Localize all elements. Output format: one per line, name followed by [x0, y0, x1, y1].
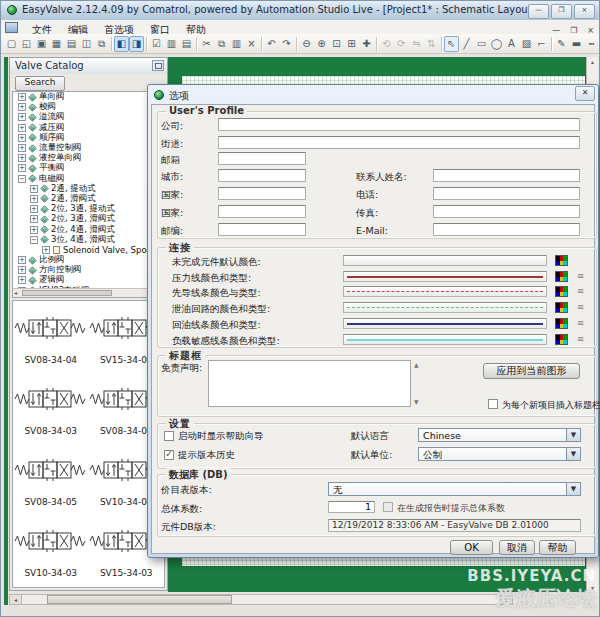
company-field[interactable] [218, 118, 580, 131]
tree-item[interactable]: +顺序阀 [13, 133, 164, 143]
color-picker-icon[interactable] [555, 334, 568, 345]
prompt-factor-checkbox[interactable] [383, 502, 393, 512]
tree-item[interactable]: +溢流阀 [13, 112, 164, 122]
undo-icon[interactable]: ↶ [264, 36, 279, 52]
startup-wizard-checkbox[interactable] [164, 431, 174, 441]
units-select[interactable]: 公制 ▼ [418, 447, 581, 461]
valve-item[interactable]: SV08-34-05 [13, 451, 89, 522]
draw-polyline-icon[interactable]: ⌐ [534, 36, 549, 52]
tree-expander-icon[interactable]: + [18, 93, 26, 101]
tree-expander-icon[interactable]: + [18, 144, 26, 152]
pan-icon[interactable]: ✚ [359, 36, 374, 52]
bill-of-materials-icon[interactable]: ▤ [179, 36, 194, 52]
draw-ellipse-icon[interactable]: ◯ [489, 36, 504, 52]
zip-field[interactable] [218, 223, 306, 236]
tree-horizontal-scrollbar[interactable]: ◂ ▸ [13, 288, 164, 297]
scroll-up-icon[interactable]: ▴ [587, 58, 598, 65]
color-picker-icon[interactable] [555, 255, 568, 266]
contact-field[interactable] [433, 169, 580, 182]
fax-field[interactable] [433, 205, 580, 218]
ok-button[interactable]: OK [450, 540, 493, 555]
color-picker-icon[interactable] [555, 286, 568, 297]
select-icon[interactable]: ⇖ [444, 36, 459, 52]
scrollbar-thumb[interactable] [47, 595, 232, 604]
menu-窗口[interactable]: 窗口 [142, 24, 178, 35]
scroll-down-icon[interactable]: ▾ [587, 584, 598, 591]
color-picker-icon[interactable] [555, 318, 568, 329]
menu-帮助[interactable]: 帮助 [178, 24, 214, 35]
color-picker-icon[interactable] [555, 302, 568, 313]
tree-expander-icon[interactable]: + [18, 113, 26, 121]
valve-item[interactable]: SV10-34-03 [13, 522, 89, 588]
draw-text-icon[interactable]: A [504, 36, 519, 52]
zoom-in-icon[interactable]: ⊕ [314, 36, 329, 52]
flip-vertical-icon[interactable]: ⇅ [424, 36, 439, 52]
version-history-checkbox[interactable] [164, 450, 174, 460]
tree-item[interactable]: −3位, 4通, 滑阀式 [13, 235, 164, 245]
email-field[interactable] [433, 223, 580, 236]
tree-item[interactable]: +梭阀 [13, 102, 164, 112]
tree-expander-icon[interactable]: + [30, 215, 38, 223]
valve-catalog-icon[interactable]: ◨ [129, 36, 144, 52]
zoom-window-icon[interactable]: ⊡ [329, 36, 344, 52]
country-field[interactable] [218, 205, 306, 218]
tree-item[interactable]: +Solenoid Valve, Spool [13, 245, 164, 255]
pen-style-icon[interactable]: ✎ [554, 36, 569, 52]
redo-icon[interactable]: ↷ [279, 36, 294, 52]
scroll-left-icon[interactable]: ◂ [10, 595, 22, 604]
apply-to-current-button[interactable]: 应用到当前图形 [483, 363, 580, 379]
save-all-icon[interactable]: ▦ [49, 36, 64, 52]
tree-item[interactable]: +方向控制阀 [13, 265, 164, 275]
chevron-down-icon[interactable]: ▼ [566, 429, 580, 441]
line-type-icon[interactable]: ≡ [573, 287, 588, 297]
save-icon[interactable]: ▣ [34, 36, 49, 52]
chevron-down-icon[interactable]: ▼ [566, 483, 580, 495]
rotate-left-icon[interactable]: ⟲ [379, 36, 394, 52]
scroll-down-icon[interactable]: ▼ [414, 399, 419, 405]
zoom-out-icon[interactable]: ⊖ [299, 36, 314, 52]
draw-rectangle-icon[interactable]: ▭ [474, 36, 489, 52]
tree-item[interactable]: +比例阀 [13, 255, 164, 265]
mdi-child-icon[interactable] [5, 22, 18, 33]
tree-expander-icon[interactable]: − [18, 175, 26, 183]
tree-expander-icon[interactable]: + [30, 226, 38, 234]
component-library-icon[interactable]: ◧ [114, 36, 129, 52]
new-file-icon[interactable]: ▢ [4, 36, 19, 52]
zoom-page-icon[interactable]: ⊞ [344, 36, 359, 52]
tree-expander-icon[interactable]: + [18, 164, 26, 172]
tree-expander-icon[interactable]: + [18, 103, 26, 111]
panel-options-button[interactable] [152, 60, 164, 71]
global-factor-field[interactable] [328, 501, 375, 513]
tree-expander-icon[interactable]: + [30, 195, 38, 203]
insert-image-icon[interactable]: ▨ [519, 36, 534, 52]
horizontal-scrollbar[interactable]: ◂ ▸ [9, 594, 513, 605]
tree-expander-icon[interactable]: + [30, 205, 38, 213]
scroll-up-icon[interactable]: ▲ [414, 362, 419, 368]
tree-item[interactable]: +减压阀 [13, 123, 164, 133]
tree-item[interactable]: +平衡阀 [13, 163, 164, 173]
close-icon[interactable]: ✕ [575, 86, 595, 101]
rotate-right-icon[interactable]: ⟳ [394, 36, 409, 52]
cancel-button[interactable]: 取消 [499, 540, 535, 555]
tree-expander-icon[interactable]: + [18, 266, 26, 274]
city-field[interactable] [218, 169, 306, 182]
help-button[interactable]: 帮助 [539, 540, 576, 555]
line-type-icon[interactable]: ≡ [573, 272, 588, 282]
open-folder-icon[interactable]: ◱ [19, 36, 34, 52]
line-type-icon[interactable]: ≡ [573, 303, 588, 313]
tree-expander-icon[interactable]: + [18, 276, 26, 284]
tree-item[interactable]: +流量控制阀 [13, 143, 164, 153]
draw-line-icon[interactable]: ╱ [459, 36, 474, 52]
report-icon[interactable]: ▥ [164, 36, 179, 52]
street-field[interactable] [218, 136, 580, 149]
scroll-left-icon[interactable]: ◂ [14, 289, 17, 297]
scroll-right-icon[interactable]: ▸ [500, 595, 512, 604]
flip-horizontal-icon[interactable]: ⇋ [409, 36, 424, 52]
delete-icon[interactable]: × [244, 36, 259, 52]
tree-expander-icon[interactable]: + [18, 154, 26, 162]
language-select[interactable]: Chinese ▼ [418, 428, 581, 442]
chevron-down-icon[interactable]: ▼ [566, 448, 580, 460]
search-button[interactable]: Search [15, 76, 65, 91]
menu-首选项[interactable]: 首选项 [96, 24, 142, 35]
tree-expander-icon[interactable]: + [18, 134, 26, 142]
